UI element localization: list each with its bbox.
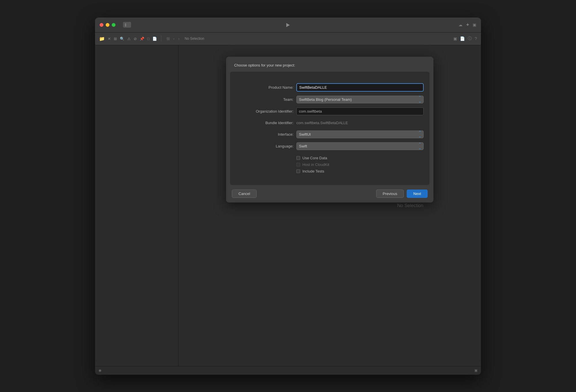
include-tests-label: Include Tests [302,169,324,173]
bundle-identifier-value: com.swiftbeta.SwiftBetaDALLE [296,119,424,126]
split-icon[interactable]: ⊞ [114,37,117,41]
help-icon[interactable]: ? [475,36,477,41]
main-content: No Selection Choose options for your new… [95,45,481,366]
interface-select[interactable]: SwiftUI Storyboard [296,130,424,138]
cloud-icon: ☁ [458,22,463,27]
sidebar [95,45,179,366]
minimize-button[interactable] [106,23,109,27]
folder-icon[interactable]: 📁 [99,36,105,41]
svg-rect-0 [125,23,126,26]
include-tests-checkbox[interactable] [296,169,300,173]
product-name-input[interactable] [296,83,424,92]
use-core-data-label: Use Core Data [302,156,327,160]
host-in-cloudkit-label: Host in CloudKit [302,162,329,167]
toolbar-right: ▣ 📄 ⓘ ? [453,36,477,41]
interface-label: Interface: [236,132,293,137]
bottom-left-icon: ◉ [98,368,101,372]
bundle-identifier-label: Bundle Identifier: [236,121,293,125]
no-selection-label: No Selection [185,37,204,41]
language-select-wrapper: Swift Objective-C ⌃⌄ [296,142,424,150]
inspector-right-icon[interactable]: ▣ [453,36,457,41]
bottom-bar: ◉ ▣ [95,366,481,375]
file-icon[interactable]: 📄 [460,36,465,41]
nav-back-arrow[interactable]: ‹ [172,36,176,41]
doc-icon[interactable]: 📄 [152,37,157,41]
title-bar: ☁ + ▣ [95,18,481,33]
pin-icon[interactable]: 📌 [140,37,144,41]
nav-forward-arrow[interactable]: › [177,36,181,41]
form-grid: Product Name: Team: SwiftBeta Blog (Pers… [236,83,424,173]
toolbar-divider [161,36,161,41]
dialog-header: Choose options for your new project: [226,57,433,72]
language-label: Language: [236,144,293,148]
language-select[interactable]: Swift Objective-C [296,142,424,150]
use-core-data-checkbox[interactable] [296,156,300,160]
toolbar: 📁 ✕ ⊞ 🔍 ⚠ ⊘ 📌 □ 📄 ⊞ ‹ › No Selection ▣ 📄… [95,33,481,45]
include-tests-item: Include Tests [296,169,424,173]
dialog-title: Choose options for your new project: [234,63,295,67]
new-project-dialog: Choose options for your new project: Pro… [226,57,433,202]
team-label: Team: [236,97,293,102]
checkboxes-section: Use Core Data Host in CloudKit Include T… [236,156,424,173]
cancel-button[interactable]: Cancel [232,190,257,198]
product-name-label: Product Name: [236,85,293,90]
play-button[interactable] [286,23,290,27]
bottom-right-icon: ▣ [474,368,478,372]
host-in-cloudkit-item: Host in CloudKit [296,162,424,167]
team-select[interactable]: SwiftBeta Blog (Personal Team) [296,96,424,103]
warning-icon[interactable]: ⚠ [127,37,131,41]
team-select-wrapper: SwiftBeta Blog (Personal Team) ⌃⌄ [296,96,424,103]
stop-icon[interactable]: ⊘ [134,37,137,41]
org-identifier-label: Organization Identifier: [236,109,293,113]
info-icon[interactable]: ⓘ [468,36,472,41]
nav-grid-icon[interactable]: ⊞ [165,36,171,41]
svg-rect-1 [126,23,129,26]
next-button[interactable]: Next [407,190,428,198]
mac-window: ☁ + ▣ 📁 ✕ ⊞ 🔍 ⚠ ⊘ 📌 □ 📄 ⊞ ‹ › No Selecti… [95,18,481,375]
add-button[interactable]: + [466,22,469,28]
use-core-data-item: Use Core Data [296,156,424,160]
host-in-cloudkit-checkbox[interactable] [296,163,300,166]
footer-right-buttons: Previous Next [376,190,428,198]
previous-button[interactable]: Previous [376,190,404,198]
close-file-icon[interactable]: ✕ [108,37,111,41]
dialog-body: Product Name: Team: SwiftBeta Blog (Pers… [230,72,429,185]
interface-select-wrapper: SwiftUI Storyboard ⌃⌄ [296,130,424,138]
traffic-lights [100,23,115,27]
content-area: No Selection Choose options for your new… [179,45,481,366]
close-button[interactable] [100,23,103,27]
shape-icon[interactable]: □ [147,37,149,41]
zoom-icon[interactable]: 🔍 [120,37,124,41]
nav-arrows: ⊞ ‹ › [165,36,181,41]
sidebar-toggle-button[interactable] [123,22,131,28]
inspector-toggle[interactable]: ▣ [473,22,476,27]
org-identifier-input[interactable] [296,107,424,115]
dialog-overlay: Choose options for your new project: Pro… [179,45,481,366]
dialog-footer: Cancel Previous Next [226,185,433,202]
maximize-button[interactable] [112,23,115,27]
